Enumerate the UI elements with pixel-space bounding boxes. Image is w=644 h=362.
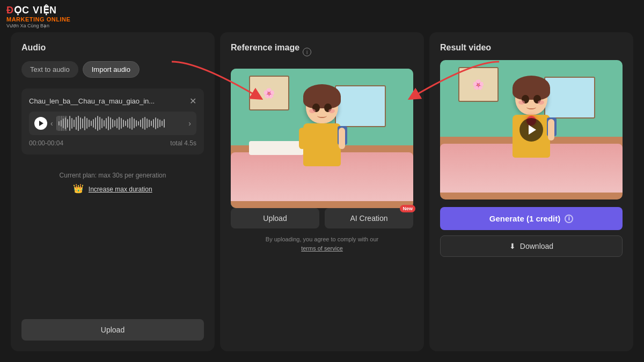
logo-hoc-vien: ĐỌC VIỆN [6,4,70,16]
reference-upload-button[interactable]: Upload [231,208,319,228]
waveform-bar [151,121,152,126]
waveform-bar [76,117,77,130]
waveform-bar [99,117,100,130]
terms-text: By uploading, you agree to comply with o… [231,235,413,253]
terms-of-service-link[interactable]: terms of service [301,245,343,252]
crown-icon: 👑 [73,184,84,193]
waveform-bar [71,118,72,129]
character [303,88,341,166]
reference-panel: Reference image i 🌸 [220,32,424,351]
result-char-arm-right [548,119,554,141]
result-char-cheek-right [538,100,544,105]
next-arrow[interactable]: › [188,119,191,128]
char-arm-left [299,128,305,149]
waveform-bar [104,120,105,127]
waveform-bar [164,119,165,128]
logo: ĐỌC VIỆN MARKETING ONLINE Vươn Xa Cùng B… [6,4,70,28]
waveform-bar [123,120,124,127]
play-button[interactable] [34,117,47,130]
waveform-bar [153,119,154,128]
waveform-bar [127,119,128,128]
audio-upload-button[interactable]: Upload [21,319,204,341]
result-video-preview[interactable]: 🌸 [440,60,623,200]
result-window [544,77,595,119]
waveform-bar [136,120,137,127]
result-char-cheek-left [518,100,525,105]
video-play-icon [529,125,536,135]
waveform-bar [69,116,70,131]
audio-filename-row: Chau_len_ba__Chau_ra_mau_giao_in... ✕ [29,96,196,106]
char-arm-right [339,128,345,149]
reference-title-row: Reference image i [231,43,413,61]
char-cheek-right [328,109,335,113]
waveform-bar [97,116,98,131]
waveform-bar [147,119,148,128]
waveform-bar [119,117,120,130]
result-char-head [515,80,547,115]
waveform [56,116,186,131]
time-start: 00:00-00:04 [29,139,63,147]
waveform-bar [112,119,113,128]
ai-creation-button[interactable]: AI Creation New [325,208,413,228]
waveform-bar [61,120,62,127]
audio-file-card: Chau_len_ba__Chau_ra_mau_giao_in... ✕ ‹ … [21,88,204,154]
waveform-bar [84,116,85,130]
waveform-bar [74,120,75,127]
tab-import-audio[interactable]: Import audio [83,61,140,78]
waveform-bar [121,118,122,129]
waveform-bar [80,117,81,129]
waveform-bar [65,117,66,129]
pillow-element [249,141,304,155]
char-cheek-left [309,109,316,113]
reference-panel-title: Reference image [231,43,299,53]
waveform-bar [67,119,68,128]
waveform-bar [58,121,60,125]
generate-button[interactable]: Generate (1 credit) i [440,207,623,230]
reference-action-buttons: Upload AI Creation New [231,208,413,228]
main-container: Audio Text to audio Import audio Chau_le… [0,0,644,362]
waveform-bar [108,116,109,130]
tab-text-to-audio[interactable]: Text to audio [21,61,78,78]
audio-tabs: Text to audio Import audio [21,61,204,78]
waveform-bar [155,117,156,129]
waveform-bar [131,117,133,130]
waveform-bar [142,118,143,129]
waveform-bar [101,119,103,128]
reference-image-preview: 🌸 [231,69,413,208]
download-icon: ⬇ [509,242,516,250]
total-duration: total 4.5s [170,139,196,147]
waveform-bar [82,119,83,128]
waveform-bar [144,117,145,130]
waveform-bar [129,118,130,129]
waveform-bar [106,118,107,129]
waveform-bar [138,121,139,125]
waveform-bar [149,120,150,127]
waveform-bar [89,120,90,127]
close-button[interactable]: ✕ [189,96,196,106]
audio-panel: Audio Text to audio Import audio Chau_le… [11,32,215,351]
waveform-bar [116,119,118,128]
result-title-row: Result video [440,43,623,53]
waveform-bar [140,120,141,127]
char-body [303,123,341,166]
window-element [335,85,386,127]
waveform-bar [93,119,94,128]
reference-info-icon[interactable]: i [303,48,311,56]
waveform-bar [125,121,126,126]
video-play-overlay[interactable] [519,118,543,142]
char-head [306,88,338,123]
prev-arrow[interactable]: ‹ [50,119,53,128]
logo-marketing: MARKETING ONLINE [6,16,70,23]
result-char-hair [513,76,550,100]
play-icon [39,121,43,126]
waveform-bars [56,116,186,131]
plant-frame: 🌸 [249,76,289,110]
waveform-bar [63,119,64,128]
download-button[interactable]: ⬇ Download [440,235,623,257]
increase-duration-link[interactable]: Increase max duration [89,186,152,193]
char-hair [303,84,341,108]
audio-panel-title: Audio [21,43,204,53]
waveform-bar [95,117,96,129]
audio-player: ‹ › [29,112,196,135]
result-panel-title: Result video [440,43,491,52]
